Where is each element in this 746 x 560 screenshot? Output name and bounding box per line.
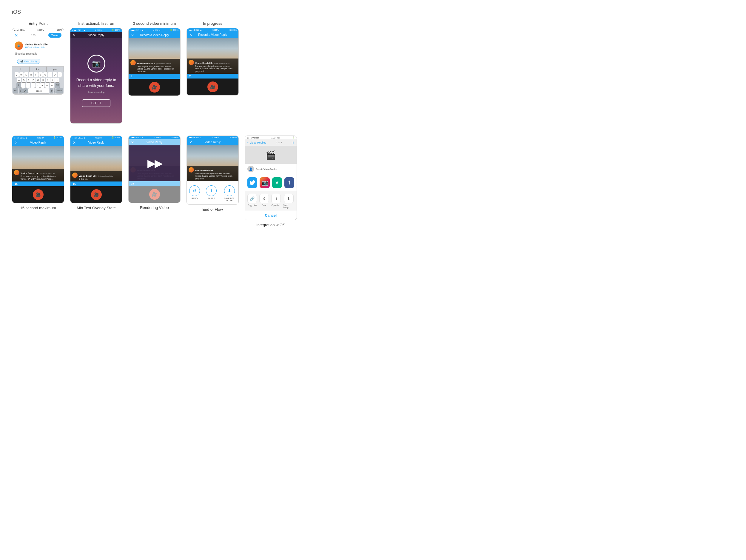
key-b[interactable]: B xyxy=(40,83,45,88)
save-image-button[interactable]: ⬇ xyxy=(284,194,294,203)
key-e[interactable]: E xyxy=(24,72,28,77)
key-k[interactable]: K xyxy=(51,78,55,82)
key-return[interactable]: return xyxy=(56,88,63,93)
key-p[interactable]: P xyxy=(58,72,62,77)
cancel-button-ios[interactable]: Cancel xyxy=(245,211,296,220)
camera-circle: 📷 xyxy=(87,55,105,73)
timer-bar-15sec: 15 xyxy=(12,181,64,186)
twitter-share-button[interactable] xyxy=(247,177,257,188)
key-y[interactable]: Y xyxy=(38,72,43,77)
key-q[interactable]: Q xyxy=(15,72,19,77)
screen-min-text: ●●●○ BELL ▲ 4:21PM 🔋 100% ✕ Video Reply … xyxy=(70,136,122,210)
tweet-overlay-min-text: Venice Beach Life @VeniceBeachLife Is th… xyxy=(70,171,122,181)
key-mic[interactable]: 🎤 xyxy=(23,88,28,93)
key-space[interactable]: space xyxy=(28,88,49,93)
suggestion-you[interactable]: you xyxy=(47,66,64,72)
ios-share-frame: ●●●● Verizon 11:34 AM 🔋 < Video Replies … xyxy=(245,136,297,220)
close-icon-inst[interactable]: ✕ xyxy=(73,33,76,37)
facebook-share-button[interactable]: f xyxy=(284,177,294,188)
back-button-ios[interactable]: < Video Replies xyxy=(247,141,266,144)
key-d[interactable]: D xyxy=(27,78,31,82)
close-icon-min-text[interactable]: ✕ xyxy=(73,141,76,145)
key-shift[interactable]: ⇧ xyxy=(17,83,21,88)
share-count: 1 of 3 xyxy=(276,141,282,144)
overlay-avatar-eof xyxy=(189,167,194,172)
key-u[interactable]: U xyxy=(43,72,48,77)
close-icon-progress[interactable]: ✕ xyxy=(189,33,192,37)
key-m[interactable]: M xyxy=(50,83,54,88)
close-icon-eof[interactable]: ✕ xyxy=(189,140,192,144)
key-w[interactable]: W xyxy=(20,72,24,77)
redo-button[interactable]: ↺ xyxy=(189,185,200,196)
key-z[interactable]: Z xyxy=(21,83,25,88)
key-f[interactable]: F xyxy=(31,78,35,82)
key-t[interactable]: T xyxy=(34,72,38,77)
key-a[interactable]: A xyxy=(17,78,21,82)
key-x[interactable]: X xyxy=(26,83,30,88)
overlay-avatar-progress xyxy=(189,60,194,65)
key-123[interactable]: 123 xyxy=(13,88,18,93)
key-o[interactable]: O xyxy=(53,72,57,77)
record-button-rendering: 🎥 xyxy=(149,189,160,200)
suggestion-the[interactable]: the xyxy=(30,66,47,72)
tweet-button[interactable]: Tweet xyxy=(48,33,61,37)
key-r[interactable]: R xyxy=(29,72,33,77)
eof-share-item: ⬆ SHARE xyxy=(206,185,217,201)
status-time-15sec: 4:21PM xyxy=(37,137,44,139)
open-in-button[interactable]: ⬆ xyxy=(271,194,281,203)
overlay-avatar-3sec xyxy=(131,60,136,65)
save-button[interactable]: ⬇ xyxy=(224,185,235,196)
video-controls-3sec: 🎥 xyxy=(128,79,180,95)
close-icon-3sec[interactable]: ✕ xyxy=(131,33,134,37)
screen-entry-point: Entry Point ●●●○ BELL 4:21PM 100% ✕ 123 … xyxy=(12,21,64,95)
instagram-share-button[interactable]: 📷 xyxy=(260,177,269,188)
tweet-overlay-3sec: Venice Beach Life @VeniceBeachLife Does … xyxy=(128,59,180,74)
key-i[interactable]: I xyxy=(48,72,52,77)
copy-link-button[interactable]: 🔗 xyxy=(247,194,257,203)
key-g[interactable]: G xyxy=(36,78,40,82)
key-at[interactable]: @ xyxy=(50,88,53,93)
video-header-eof: ✕ Video Reply xyxy=(187,139,238,145)
inst-subtitle[interactable]: learn more/skip xyxy=(88,91,105,93)
end-flow-frame: ●●●○ BELL ▲ 4:21PM $ 100% ✕ Video Reply … xyxy=(186,136,239,205)
video-controls-rendering: 🎥 xyxy=(128,186,180,203)
redo-label: REDO xyxy=(192,197,198,199)
record-button-15sec[interactable]: 🎥 xyxy=(33,189,44,200)
share-button[interactable]: ⬆ xyxy=(206,185,217,196)
video-reply-button-entry[interactable]: 📹 Video Reply xyxy=(17,59,40,64)
key-emoji[interactable]: ☺ xyxy=(19,88,23,93)
key-period[interactable]: . xyxy=(54,88,56,93)
share-icon-ios[interactable]: ⬆ xyxy=(292,141,294,144)
key-j[interactable]: J xyxy=(46,78,50,82)
screen-15sec: ●●●○ BELL ▲ 4:21PM 🔋 100% ✕ Video Reply … xyxy=(12,136,64,210)
key-c[interactable]: C xyxy=(31,83,35,88)
overlay-handle-min-text: @VeniceBeachLife xyxy=(98,175,113,177)
status-left-15sec: ●●●○ BELL ▲ xyxy=(14,137,27,139)
record-button-3sec[interactable]: 🎥 xyxy=(149,82,160,92)
key-l[interactable]: L xyxy=(55,78,59,82)
overlay-name-15sec: Venice Beach Life xyxy=(21,172,38,174)
record-button-min-text[interactable]: 🎥 xyxy=(91,189,102,200)
status-battery-progress: $ 100% xyxy=(229,29,237,31)
camera-icon: 📷 xyxy=(92,59,101,68)
close-icon-15sec[interactable]: ✕ xyxy=(15,141,18,145)
open-in-label: Open In... xyxy=(271,204,281,206)
vine-share-button[interactable]: V xyxy=(272,177,282,188)
key-h[interactable]: H xyxy=(41,78,45,82)
video-header-title-eof: Video Reply xyxy=(205,141,221,144)
key-n[interactable]: N xyxy=(45,83,49,88)
print-button[interactable]: 🖨 xyxy=(259,194,269,203)
key-delete[interactable]: ⌫ xyxy=(55,83,60,88)
screen-label-progress: In progress xyxy=(203,21,222,26)
entry-nav-bar: ✕ 123 Tweet xyxy=(12,32,64,39)
status-bar-eof: ●●●○ BELL ▲ 4:21PM $ 100% xyxy=(187,136,238,139)
status-battery-eof: $ 100% xyxy=(229,136,237,139)
save-label: SAVE FOR LATER xyxy=(223,197,236,201)
key-v[interactable]: V xyxy=(35,83,40,88)
key-s[interactable]: S xyxy=(22,78,26,82)
close-icon[interactable]: ✕ xyxy=(15,33,18,37)
record-button-progress[interactable]: 🎥 xyxy=(207,82,218,92)
got-it-button[interactable]: GOT IT xyxy=(82,100,110,107)
suggestion-i[interactable]: I xyxy=(12,66,30,72)
copy-link-label: Copy Link xyxy=(247,204,257,206)
